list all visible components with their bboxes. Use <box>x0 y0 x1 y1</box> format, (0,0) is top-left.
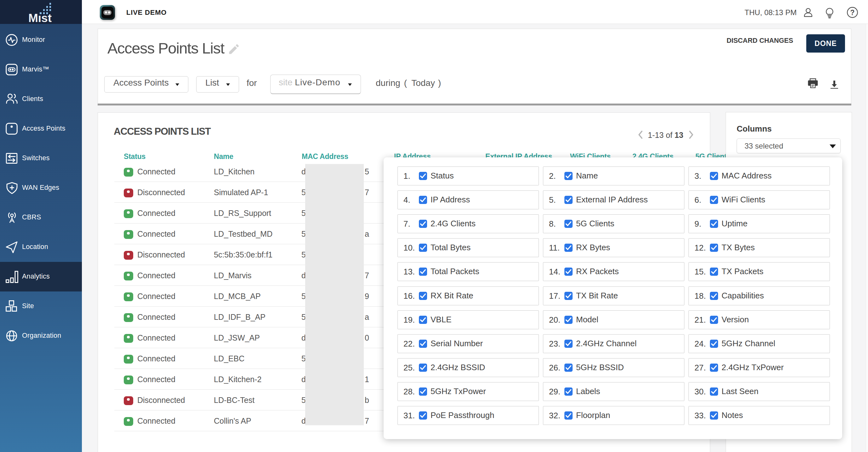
svg-text:?: ? <box>850 8 855 17</box>
